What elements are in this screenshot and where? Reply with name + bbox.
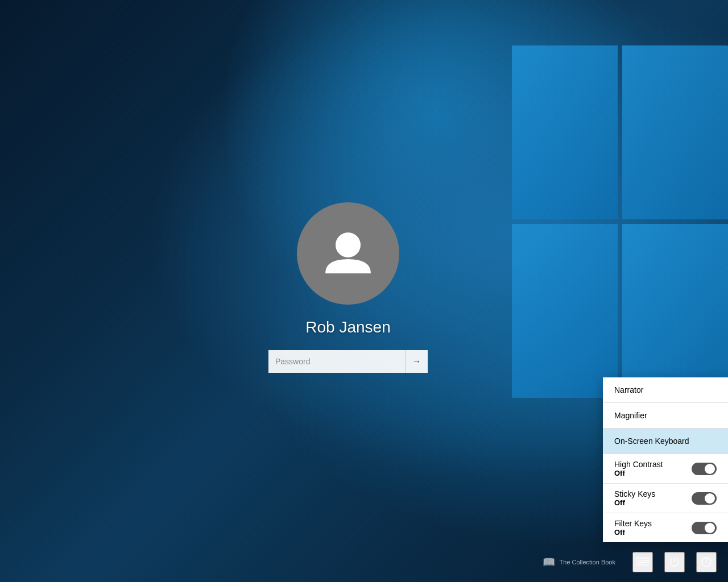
svg-rect-5 xyxy=(644,558,645,559)
magnifier-label: Magnifier xyxy=(614,411,717,420)
svg-rect-10 xyxy=(644,560,645,562)
power-icon xyxy=(701,556,712,568)
filter-keys-toggle[interactable] xyxy=(692,522,717,534)
svg-rect-7 xyxy=(638,560,639,562)
win-pane-bl xyxy=(512,224,618,398)
power-options-button[interactable] xyxy=(664,552,685,572)
password-row: → xyxy=(268,350,428,373)
sticky-keys-row[interactable]: Sticky Keys Off xyxy=(603,484,728,513)
on-screen-keyboard-label: On-Screen Keyboard xyxy=(614,436,717,446)
high-contrast-row[interactable]: High Contrast Off xyxy=(603,454,728,483)
bottom-bar: 📖 The Collection Book xyxy=(0,542,728,582)
win-pane-tr xyxy=(622,45,728,219)
sticky-keys-text: Sticky Keys Off xyxy=(614,489,655,507)
svg-rect-11 xyxy=(646,560,648,562)
high-contrast-text: High Contrast Off xyxy=(614,460,663,477)
power-button[interactable] xyxy=(696,552,717,572)
sticky-keys-toggle[interactable] xyxy=(692,492,717,505)
win-pane-tl xyxy=(512,45,618,219)
high-contrast-toggle[interactable] xyxy=(692,463,717,475)
filter-keys-text: Filter Keys Off xyxy=(614,519,652,537)
svg-rect-3 xyxy=(640,558,641,559)
svg-rect-6 xyxy=(646,558,648,559)
password-input[interactable] xyxy=(268,350,405,373)
username-label: Rob Jansen xyxy=(305,318,390,336)
power-options-icon xyxy=(669,556,680,568)
narrator-label: Narrator xyxy=(614,385,717,394)
svg-rect-12 xyxy=(639,562,647,563)
magnifier-button[interactable]: Magnifier xyxy=(603,403,728,428)
svg-rect-4 xyxy=(642,558,643,559)
filter-keys-row[interactable]: Filter Keys Off xyxy=(603,513,728,542)
brand-area: 📖 The Collection Book xyxy=(543,556,615,568)
arrow-right-icon: → xyxy=(412,356,421,367)
svg-rect-8 xyxy=(640,560,641,562)
win-pane-br xyxy=(622,224,728,398)
keyboard-icon-button[interactable] xyxy=(632,552,653,572)
svg-rect-9 xyxy=(642,560,643,562)
login-area: Rob Jansen → xyxy=(268,202,428,373)
password-submit-button[interactable]: → xyxy=(405,350,428,373)
brand-book-icon: 📖 xyxy=(543,556,555,568)
user-avatar-icon xyxy=(320,225,377,282)
accessibility-popup: Narrator Magnifier On-Screen Keyboard Hi… xyxy=(603,377,728,542)
windows-logo xyxy=(512,45,728,398)
keyboard-icon xyxy=(636,557,649,567)
high-contrast-label: High Contrast xyxy=(614,460,663,469)
filter-keys-label: Filter Keys xyxy=(614,519,652,528)
narrator-button[interactable]: Narrator xyxy=(603,377,728,402)
sticky-keys-label: Sticky Keys xyxy=(614,489,655,498)
filter-keys-status: Off xyxy=(614,528,652,537)
svg-point-0 xyxy=(336,232,361,257)
sticky-keys-status: Off xyxy=(614,498,655,507)
brand-label: The Collection Book xyxy=(560,559,615,566)
avatar xyxy=(297,202,399,305)
high-contrast-status: Off xyxy=(614,469,663,477)
svg-rect-2 xyxy=(638,558,639,559)
on-screen-keyboard-button[interactable]: On-Screen Keyboard xyxy=(603,429,728,454)
